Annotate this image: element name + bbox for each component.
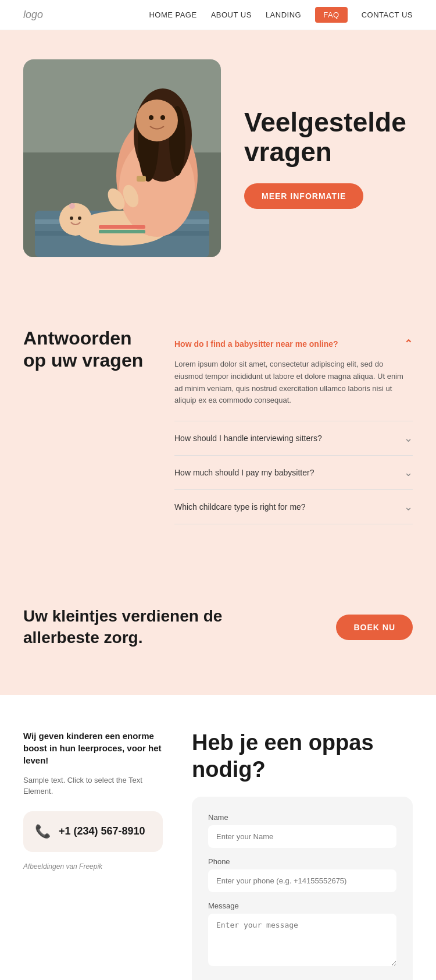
phone-label: Phone <box>208 857 396 866</box>
contact-form-card: Name Phone Message VERZOEK OM TE BELLEN <box>192 797 413 980</box>
freepik-text: Afbeeldingen van Freepik <box>23 862 102 871</box>
phone-number: +1 (234) 567-8910 <box>59 825 145 837</box>
faq-item-3: How much should I pay my babysitter? ⌄ <box>174 456 413 490</box>
svg-rect-19 <box>137 176 146 182</box>
faq-question-text-1: How do I find a babysitter near me onlin… <box>174 339 338 349</box>
faq-section: Antwoorden op uw vragen How do I find a … <box>0 292 436 571</box>
faq-question-text-3: How much should I pay my babysitter? <box>174 468 314 477</box>
nav-about[interactable]: ABOUT US <box>211 10 252 19</box>
name-input[interactable] <box>208 825 396 848</box>
message-label: Message <box>208 901 396 910</box>
contact-left: Wij geven kinderen een enorme boost in h… <box>23 730 163 980</box>
faq-left: Antwoorden op uw vragen <box>23 327 151 524</box>
faq-question-2[interactable]: How should I handle interviewing sitters… <box>174 432 413 445</box>
nav-home[interactable]: HOME PAGE <box>149 10 196 19</box>
freepik-note: Afbeeldingen van Freepik <box>23 862 163 871</box>
svg-point-9 <box>78 216 81 220</box>
name-field-group: Name <box>208 813 396 848</box>
faq-inner: Antwoorden op uw vragen How do I find a … <box>23 327 413 524</box>
contact-section: Wij geven kinderen een enorme boost in h… <box>0 695 436 980</box>
cta-text: Uw kleintjes verdienen de allerbeste zor… <box>23 606 233 648</box>
message-input[interactable] <box>208 914 396 966</box>
faq-question-text-2: How should I handle interviewing sitters… <box>174 434 322 443</box>
nav-landing[interactable]: LANDING <box>266 10 301 19</box>
svg-rect-22 <box>99 225 145 229</box>
faq-item-2: How should I handle interviewing sitters… <box>174 421 413 456</box>
faq-list: How do I find a babysitter near me onlin… <box>174 327 413 524</box>
svg-point-8 <box>70 216 73 220</box>
faq-item-4: Which childcare type is right for me? ⌄ <box>174 490 413 524</box>
chevron-down-icon-3: ⌄ <box>404 466 413 479</box>
faq-question-1[interactable]: How do I find a babysitter near me onlin… <box>174 338 413 350</box>
faq-question-text-4: Which childcare type is right for me? <box>174 502 306 512</box>
faq-item-1: How do I find a babysitter near me onlin… <box>174 327 413 421</box>
name-label: Name <box>208 813 396 822</box>
boek-nu-button[interactable]: BOEK NU <box>336 615 413 640</box>
svg-point-6 <box>59 203 92 236</box>
phone-box: 📞 +1 (234) 567-8910 <box>23 811 163 852</box>
svg-point-18 <box>160 115 165 120</box>
faq-question-4[interactable]: Which childcare type is right for me? ⌄ <box>174 500 413 513</box>
phone-field-group: Phone <box>208 857 396 892</box>
faq-heading: Antwoorden op uw vragen <box>23 327 151 372</box>
phone-input[interactable] <box>208 869 396 892</box>
svg-point-7 <box>69 203 75 209</box>
svg-rect-23 <box>99 230 145 233</box>
contact-right: Heb je een oppas nodig? Name Phone Messa… <box>192 730 413 980</box>
hero-section: Veelgestelde vragen MEER INFORMATIE <box>0 30 436 292</box>
message-field-group: Message <box>208 901 396 968</box>
nav-contact[interactable]: CONTACT US <box>362 10 413 19</box>
chevron-down-icon-2: ⌄ <box>404 432 413 445</box>
hero-text: Veelgestelde vragen MEER INFORMATIE <box>244 108 413 208</box>
contact-left-heading: Wij geven kinderen een enorme boost in h… <box>23 730 163 766</box>
hero-title: Veelgestelde vragen <box>244 108 413 166</box>
faq-answer-1: Lorem ipsum dolor sit amet, consectetur … <box>174 350 413 410</box>
logo: logo <box>23 9 43 21</box>
svg-point-16 <box>136 100 178 141</box>
form-heading: Heb je een oppas nodig? <box>192 730 413 783</box>
phone-icon: 📞 <box>35 824 51 839</box>
nav-links: HOME PAGE ABOUT US LANDING FAQ CONTACT U… <box>149 7 413 23</box>
chevron-down-icon-4: ⌄ <box>404 500 413 513</box>
hero-image <box>23 59 221 257</box>
chevron-up-icon-1: ⌃ <box>404 338 413 350</box>
meer-informatie-button[interactable]: MEER INFORMATIE <box>244 183 363 209</box>
navbar: logo HOME PAGE ABOUT US LANDING FAQ CONT… <box>0 0 436 30</box>
cta-section: Uw kleintjes verdienen de allerbeste zor… <box>0 571 436 695</box>
faq-question-3[interactable]: How much should I pay my babysitter? ⌄ <box>174 466 413 479</box>
contact-subtext: Sample text. Click to select the Text El… <box>23 775 163 797</box>
nav-faq[interactable]: FAQ <box>315 7 348 23</box>
svg-point-17 <box>149 115 153 120</box>
